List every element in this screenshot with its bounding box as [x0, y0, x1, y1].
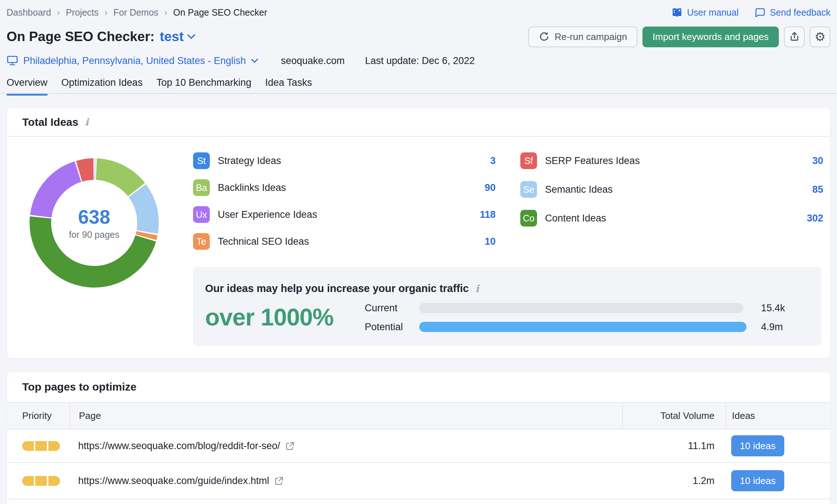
page-url[interactable]: https://www.seoquake.com/guide/index.htm… — [78, 475, 269, 487]
tab-idea-tasks[interactable]: Idea Tasks — [265, 77, 312, 95]
send-feedback-link[interactable]: Send feedback — [754, 7, 830, 18]
info-icon[interactable]: i — [85, 116, 88, 128]
user-manual-label: User manual — [687, 7, 738, 18]
export-button[interactable] — [784, 27, 805, 47]
breadcrumb-separator-icon: › — [104, 8, 108, 17]
backlinks-badge-icon: Ba — [193, 179, 210, 196]
breadcrumb-separator-icon: › — [164, 8, 168, 17]
legend-label: User Experience Ideas — [218, 209, 317, 220]
total-volume-value: 11.1m — [688, 440, 714, 452]
total-ideas-donut: 638 for 90 pages — [27, 156, 161, 290]
idea-legend-right: Sf SERP Features Ideas 30 Se Semantic Id… — [520, 150, 823, 229]
table-row: https://www.seoquake.com/guide/index.htm… — [7, 463, 830, 499]
legend-item-user-experience: Ux User Experience Ideas 118 — [193, 204, 496, 225]
legend-value[interactable]: 30 — [812, 155, 823, 167]
column-header-ideas: Ideas — [725, 403, 830, 429]
legend-label: Technical SEO Ideas — [218, 236, 309, 247]
traffic-row-potential: Potential 4.9m — [365, 321, 808, 333]
user-experience-badge-icon: Ux — [193, 206, 210, 223]
legend-item-strategy: St Strategy Ideas 3 — [193, 150, 496, 171]
tab-bar: Overview Optimization Ideas Top 10 Bench… — [7, 77, 312, 95]
total-ideas-card: Total Ideas i 638 for 90 pages St Strate… — [7, 108, 830, 359]
top-bar: Dashboard › Projects › For Demos › On Pa… — [7, 6, 830, 19]
location-selector[interactable]: Philadelphia, Pennsylvania, United State… — [7, 55, 258, 67]
last-update: Last update: Dec 6, 2022 — [365, 55, 475, 67]
legend-value[interactable]: 90 — [485, 182, 496, 193]
table-row: https://www.seoquake.com/blog/reddit-for… — [7, 429, 830, 463]
strategy-badge-icon: St — [193, 152, 210, 169]
idea-legend-left: St Strategy Ideas 3 Ba Backlinks Ideas 9… — [193, 150, 496, 252]
external-link-icon[interactable] — [274, 476, 284, 486]
tab-overview[interactable]: Overview — [7, 77, 48, 95]
legend-value[interactable]: 302 — [807, 213, 823, 224]
breadcrumb-current: On Page SEO Checker — [173, 7, 267, 18]
book-icon — [672, 7, 682, 18]
feedback-bubble-icon — [754, 7, 765, 18]
legend-item-technical-seo: Te Technical SEO Ideas 10 — [193, 231, 496, 252]
technical-seo-badge-icon: Te — [193, 233, 210, 250]
info-icon[interactable]: i — [475, 283, 479, 294]
settings-button[interactable]: ⚙ — [810, 27, 830, 47]
tabs-divider — [0, 93, 837, 94]
legend-label: Semantic Ideas — [545, 184, 613, 195]
traffic-row-value: 15.4k — [761, 303, 808, 314]
legend-label: Strategy Ideas — [218, 155, 281, 167]
legend-value[interactable]: 85 — [812, 184, 823, 195]
traffic-highlight: over 1000% — [205, 303, 333, 331]
top-pages-card: Top pages to optimize Priority Page Tota… — [7, 372, 830, 504]
toolbar: Re-run campaign Import keywords and page… — [528, 27, 830, 47]
semantic-badge-icon: Se — [520, 181, 537, 198]
refresh-icon — [538, 31, 549, 42]
title-row: On Page SEO Checker: test Re-run c — [7, 26, 830, 47]
content-badge-icon: Co — [520, 210, 537, 227]
organic-traffic-panel: Our ideas may help you increase your org… — [193, 267, 821, 346]
traffic-title-text: Our ideas may help you increase your org… — [205, 283, 469, 295]
breadcrumb-dashboard[interactable]: Dashboard — [7, 7, 51, 18]
ideas-count-button[interactable]: 10 ideas — [731, 470, 784, 491]
user-manual-link[interactable]: User manual — [672, 7, 738, 18]
priority-indicator — [22, 476, 60, 486]
meta-row: Philadelphia, Pennsylvania, United State… — [7, 54, 475, 68]
column-header-total-volume: Total Volume — [622, 403, 725, 429]
tab-optimization-ideas[interactable]: Optimization Ideas — [61, 77, 143, 95]
page-title: On Page SEO Checker: test — [7, 29, 195, 44]
traffic-panel-title: Our ideas may help you increase your org… — [205, 283, 479, 295]
legend-item-semantic: Se Semantic Ideas 85 — [520, 179, 823, 200]
legend-item-content: Co Content Ideas 302 — [520, 208, 823, 229]
project-domain: seoquake.com — [281, 55, 345, 67]
top-pages-header: Top pages to optimize — [7, 372, 830, 402]
monitor-icon — [7, 55, 18, 66]
table-header-row: Priority Page Total Volume Ideas — [7, 402, 830, 429]
external-link-icon[interactable] — [285, 441, 295, 451]
traffic-row-label: Potential — [365, 321, 419, 333]
rerun-campaign-button[interactable]: Re-run campaign — [528, 27, 637, 47]
breadcrumb-for-demos[interactable]: For Demos — [113, 7, 159, 18]
traffic-bars: Current 15.4k Potential 4.9m — [365, 302, 808, 333]
page-title-text: On Page SEO Checker: — [7, 29, 155, 44]
breadcrumb-separator-icon: › — [57, 8, 60, 17]
breadcrumb-projects[interactable]: Projects — [66, 7, 99, 18]
breadcrumb: Dashboard › Projects › For Demos › On Pa… — [7, 7, 267, 18]
serp-features-badge-icon: Sf — [520, 152, 537, 169]
legend-value[interactable]: 10 — [485, 236, 496, 247]
top-links: User manual Send feedback — [672, 7, 830, 18]
legend-value[interactable]: 3 — [490, 155, 496, 167]
traffic-row-value: 4.9m — [761, 321, 808, 333]
legend-item-serp-features: Sf SERP Features Ideas 30 — [520, 150, 823, 171]
campaign-selector[interactable]: test — [160, 29, 195, 44]
current-traffic-bar — [419, 303, 743, 313]
traffic-row-current: Current 15.4k — [365, 302, 808, 314]
chevron-down-icon — [251, 59, 258, 63]
location-label: Philadelphia, Pennsylvania, United State… — [23, 55, 246, 67]
column-header-priority: Priority — [7, 403, 69, 429]
legend-label: Content Ideas — [545, 213, 606, 224]
ideas-count-button[interactable]: 10 ideas — [731, 435, 784, 456]
page-url[interactable]: https://www.seoquake.com/blog/reddit-for… — [78, 440, 280, 452]
tab-top-10-benchmarking[interactable]: Top 10 Benchmarking — [156, 77, 251, 95]
column-header-page: Page — [69, 403, 622, 429]
legend-value[interactable]: 118 — [480, 209, 496, 220]
upload-icon — [789, 31, 800, 42]
import-keywords-button[interactable]: Import keywords and pages — [642, 27, 779, 47]
total-volume-value: 1.2m — [693, 475, 714, 487]
traffic-row-label: Current — [365, 303, 419, 314]
